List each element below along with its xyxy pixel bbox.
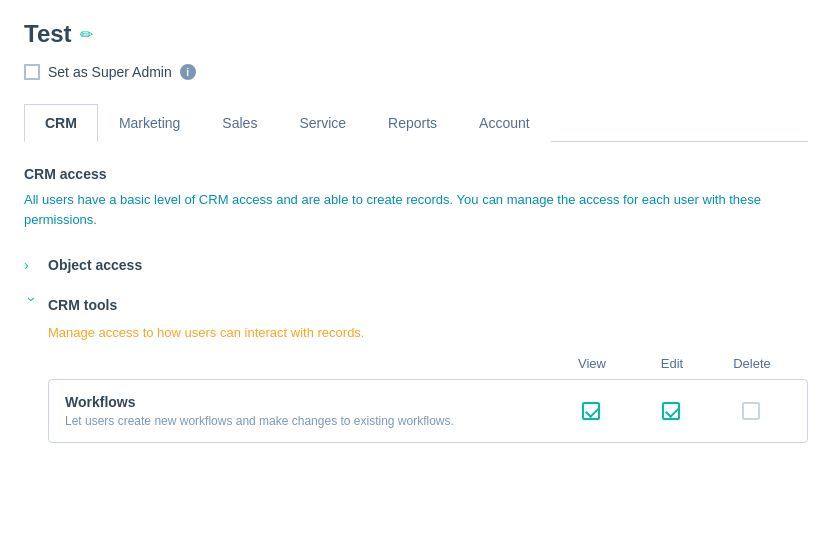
workflows-delete-checkbox[interactable]	[742, 402, 760, 420]
object-access-chevron: ›	[24, 257, 40, 273]
crm-tools-accordion: › CRM tools Manage access to how users c…	[24, 293, 808, 443]
crm-access-section: CRM access All users have a basic level …	[24, 166, 808, 229]
tab-marketing[interactable]: Marketing	[98, 104, 201, 142]
col-header-edit: Edit	[632, 356, 712, 371]
super-admin-checkbox[interactable]	[24, 64, 40, 80]
super-admin-row: Set as Super Admin i	[24, 64, 808, 80]
crm-tools-description: Manage access to how users can interact …	[48, 325, 808, 340]
tab-service[interactable]: Service	[278, 104, 367, 142]
object-access-title: Object access	[48, 257, 142, 273]
workflows-view-control	[551, 402, 631, 420]
crm-access-description: All users have a basic level of CRM acce…	[24, 190, 808, 229]
workflows-edit-control	[631, 402, 711, 420]
tab-account[interactable]: Account	[458, 104, 551, 142]
workflows-view-checkbox[interactable]	[582, 402, 600, 420]
tab-crm[interactable]: CRM	[24, 104, 98, 142]
object-access-header[interactable]: › Object access	[24, 253, 808, 277]
workflows-edit-checkbox[interactable]	[662, 402, 680, 420]
crm-tools-content: Manage access to how users can interact …	[24, 317, 808, 443]
page-title: Test	[24, 20, 72, 48]
workflows-name: Workflows	[65, 394, 551, 410]
tabs-container: CRM Marketing Sales Service Reports Acco…	[24, 104, 808, 142]
workflows-delete-control	[711, 402, 791, 420]
info-icon[interactable]: i	[180, 64, 196, 80]
crm-tools-title: CRM tools	[48, 297, 117, 313]
col-header-view: View	[552, 356, 632, 371]
permission-row-workflows: Workflows Let users create new workflows…	[48, 379, 808, 443]
page-header: Test ✏	[24, 20, 808, 48]
super-admin-label: Set as Super Admin	[48, 64, 172, 80]
edit-icon[interactable]: ✏	[80, 25, 93, 44]
crm-tools-header[interactable]: › CRM tools	[24, 293, 808, 317]
tab-reports[interactable]: Reports	[367, 104, 458, 142]
col-header-delete: Delete	[712, 356, 792, 371]
object-access-accordion: › Object access	[24, 253, 808, 277]
workflows-desc: Let users create new workflows and make …	[65, 414, 551, 428]
workflows-info: Workflows Let users create new workflows…	[65, 394, 551, 428]
workflows-controls	[551, 402, 791, 420]
permission-table-header: View Edit Delete	[48, 356, 808, 379]
tab-sales[interactable]: Sales	[201, 104, 278, 142]
crm-access-title: CRM access	[24, 166, 808, 182]
crm-tools-chevron: ›	[24, 297, 40, 313]
